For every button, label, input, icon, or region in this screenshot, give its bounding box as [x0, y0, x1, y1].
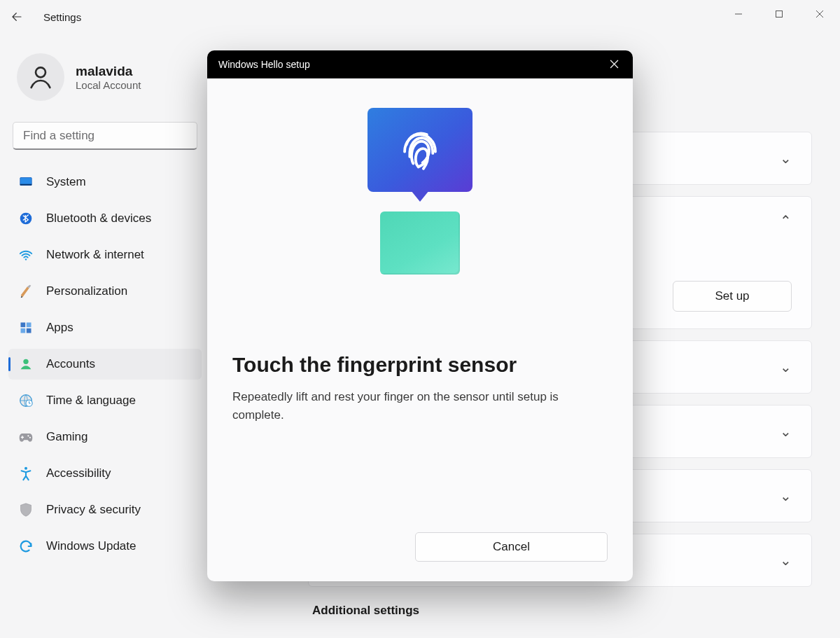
- maximize-icon: [775, 10, 783, 18]
- sidebar: malavida Local Account System Bluetooth …: [0, 34, 210, 638]
- wifi-icon: [18, 247, 34, 263]
- chevron-down-icon: ⌄: [780, 487, 792, 504]
- close-icon: [610, 60, 619, 69]
- page-title: Settings: [43, 11, 81, 23]
- system-icon: [18, 174, 34, 190]
- sidebar-item-accounts[interactable]: Accounts: [8, 349, 202, 380]
- sidebar-item-label: Time & language: [46, 394, 136, 408]
- profile-header[interactable]: malavida Local Account: [8, 41, 202, 118]
- cancel-button[interactable]: Cancel: [415, 532, 608, 562]
- svg-rect-10: [27, 328, 31, 333]
- sidebar-item-accessibility[interactable]: Accessibility: [8, 458, 202, 489]
- gaming-icon: [18, 429, 34, 445]
- window-controls: [718, 0, 840, 34]
- svg-rect-7: [21, 323, 26, 328]
- paintbrush-icon: [18, 284, 34, 299]
- chevron-up-icon: ⌃: [780, 212, 792, 229]
- sidebar-item-label: Network & internet: [46, 248, 144, 262]
- sidebar-item-bluetooth[interactable]: Bluetooth & devices: [8, 203, 202, 234]
- svg-point-11: [23, 359, 28, 364]
- chevron-down-icon: ⌄: [780, 359, 792, 375]
- fingerprint-icon: [393, 123, 447, 177]
- chevron-down-icon: ⌄: [780, 552, 792, 569]
- sensor-pad-graphic: [380, 211, 460, 275]
- svg-rect-0: [776, 11, 783, 18]
- dialog-heading: Touch the fingerprint sensor: [232, 353, 608, 377]
- svg-rect-9: [21, 328, 26, 333]
- window-titlebar: Settings: [0, 0, 840, 34]
- chevron-down-icon: ⌄: [780, 423, 792, 440]
- back-arrow-icon: [10, 11, 23, 23]
- sidebar-item-gaming[interactable]: Gaming: [8, 422, 202, 452]
- svg-point-6: [25, 258, 27, 260]
- sidebar-item-apps[interactable]: Apps: [8, 312, 202, 343]
- sidebar-item-system[interactable]: System: [8, 167, 202, 197]
- bluetooth-icon: [18, 211, 34, 226]
- sidebar-item-label: Privacy & security: [46, 503, 141, 517]
- dialog-hero-graphic: [232, 108, 608, 275]
- accounts-icon: [18, 356, 34, 372]
- avatar: [17, 53, 64, 101]
- sidebar-item-label: Accounts: [46, 357, 95, 371]
- window-close-button[interactable]: [799, 0, 840, 28]
- sidebar-item-time-language[interactable]: Time & language: [8, 385, 202, 416]
- back-button[interactable]: [0, 0, 34, 34]
- shield-icon: [18, 502, 34, 518]
- window-maximize-button[interactable]: [759, 0, 799, 28]
- minimize-icon: [734, 10, 743, 18]
- sidebar-item-label: System: [46, 175, 86, 189]
- set-up-button[interactable]: Set up: [673, 281, 792, 312]
- sidebar-item-label: Gaming: [46, 430, 88, 444]
- dialog-description: Repeatedly lift and rest your finger on …: [232, 388, 596, 424]
- svg-point-16: [24, 467, 27, 470]
- sidebar-item-label: Windows Update: [46, 539, 136, 553]
- sidebar-item-label: Apps: [46, 321, 74, 335]
- chevron-down-icon: ⌄: [780, 150, 792, 167]
- person-icon: [27, 63, 55, 91]
- accessibility-icon: [18, 466, 34, 481]
- svg-point-14: [27, 435, 29, 436]
- section-heading-additional-settings: Additional settings: [312, 604, 812, 618]
- windows-hello-setup-dialog: Windows Hello setup Touch the fingerprin…: [207, 50, 633, 581]
- svg-point-5: [20, 213, 32, 225]
- sidebar-item-windows-update[interactable]: Windows Update: [8, 531, 202, 562]
- svg-rect-8: [27, 323, 31, 328]
- window-minimize-button[interactable]: [718, 0, 759, 28]
- sidebar-item-label: Bluetooth & devices: [46, 211, 151, 226]
- profile-subtitle: Local Account: [76, 79, 141, 91]
- sidebar-nav: System Bluetooth & devices Network & int…: [8, 167, 202, 562]
- search-input[interactable]: [13, 122, 197, 150]
- svg-point-1: [36, 67, 46, 77]
- apps-icon: [18, 320, 34, 335]
- sidebar-item-privacy[interactable]: Privacy & security: [8, 494, 202, 525]
- time-language-icon: [18, 393, 34, 408]
- svg-point-15: [29, 437, 31, 438]
- fingerprint-bubble: [368, 108, 472, 192]
- sidebar-item-network[interactable]: Network & internet: [8, 240, 202, 270]
- svg-rect-4: [20, 184, 32, 186]
- sidebar-item-personalization[interactable]: Personalization: [8, 276, 202, 307]
- search-box: [13, 122, 197, 150]
- dialog-close-button[interactable]: [606, 55, 623, 75]
- windows-update-icon: [18, 539, 34, 554]
- close-icon: [816, 10, 824, 18]
- sidebar-item-label: Accessibility: [46, 466, 111, 480]
- sidebar-item-label: Personalization: [46, 284, 127, 298]
- dialog-titlebar: Windows Hello setup: [207, 50, 633, 78]
- profile-name: malavida: [76, 64, 141, 79]
- dialog-title: Windows Hello setup: [218, 59, 310, 70]
